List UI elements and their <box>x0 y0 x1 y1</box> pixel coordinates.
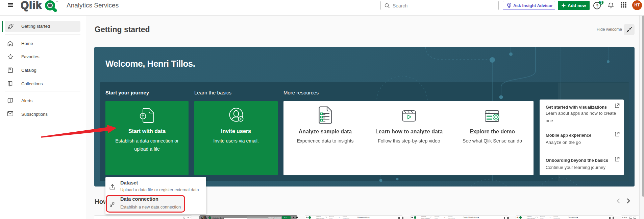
svg-text:?: ? <box>596 3 599 8</box>
svg-text:Qlik: Qlik <box>21 0 42 11</box>
svg-text:3: 3 <box>600 1 602 4</box>
